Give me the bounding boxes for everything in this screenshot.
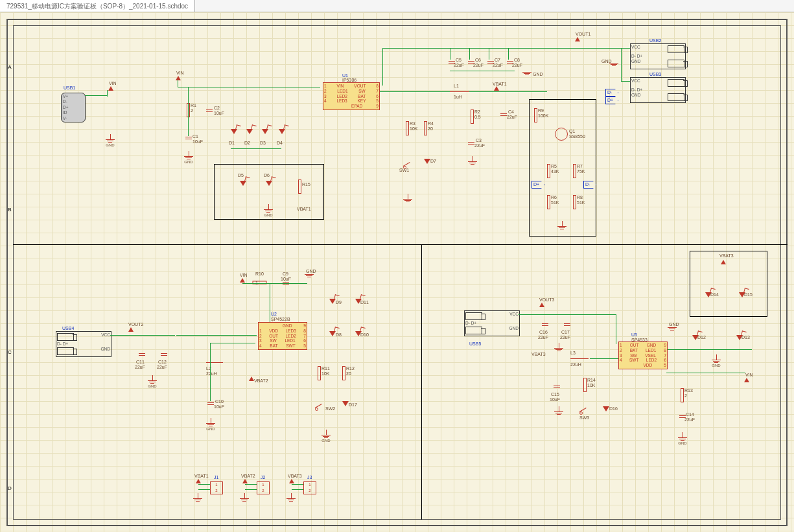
r8-n: R8 [577,195,583,200]
gnd-usb23-t: GND [601,59,612,64]
c3-n: C3 [476,138,482,143]
d3[interactable] [262,129,268,134]
sw1[interactable] [403,158,412,167]
d5-n: D5 [238,173,244,178]
w-c1 [188,87,189,136]
w-c5t [450,48,450,60]
d6[interactable] [266,181,272,186]
d10-n: D10 [360,332,369,337]
usb5-connector[interactable]: VCC D- D+ GND [464,310,520,336]
d1-n: D1 [229,141,235,145]
c17[interactable] [564,323,570,326]
gnd-c15 [554,406,563,415]
c16-n: C16 [539,330,548,334]
r14[interactable] [583,378,587,392]
sw2[interactable] [315,400,324,409]
usb4-connector[interactable]: VCC D- D+ GND [56,331,111,357]
w-j3-2 [292,489,303,490]
c11[interactable] [139,353,145,356]
j3[interactable]: 12 [303,481,316,494]
u2-chip[interactable]: GND9 1VDDLED38 2OUTLED27 3SWLED16 4BATSW… [258,322,307,350]
r2[interactable] [471,110,474,124]
c4[interactable] [500,113,507,116]
u3-name: U3 [631,332,637,337]
r6[interactable] [547,195,550,209]
d17[interactable] [342,401,349,406]
u3-part: SP4533 [631,338,648,342]
c2[interactable] [206,110,213,112]
r12[interactable] [342,366,345,380]
r7[interactable] [573,164,576,178]
offpage-dm-1-t: D- [585,182,590,187]
u1-led3: LED3 [336,98,347,104]
w-c58-bot [450,71,515,71]
u2-swt: SWT [286,343,295,349]
schematic-canvas[interactable]: A B C D V+ D- D+ ID V- USB1 VIN GND VIN … [0,12,794,532]
r6-n: R6 [551,195,557,200]
q1[interactable] [555,128,568,141]
margin-A-left: A [6,64,13,70]
gnd-c14: GND [678,432,687,445]
usb1-pin-vplus: V+ [63,94,84,99]
c12[interactable] [161,353,167,356]
r12-n: R12 [346,366,355,371]
d4[interactable] [279,129,285,134]
r15[interactable] [298,179,301,194]
d2[interactable] [246,129,253,134]
vout1-arrow [575,37,580,41]
d16[interactable] [603,406,609,411]
d7[interactable] [424,159,430,164]
u3-chip[interactable]: 1OUTGND9 2BATLED18 3SWVSEL7 4SWTLED26 VD… [618,341,668,369]
d5[interactable] [240,181,246,186]
u2-part: SP4522B [271,317,290,321]
u3-bat: BAT [630,348,638,353]
r8[interactable] [573,195,576,209]
j1[interactable]: 12 [210,481,223,494]
d9[interactable] [329,299,336,304]
usb1-connector[interactable]: V+ D- D+ ID V- [61,93,86,122]
r5[interactable] [547,164,550,178]
usb3-connector[interactable]: VCC D- D+ GND [630,77,686,103]
c15[interactable] [554,386,560,388]
r2-v: 0.5 [474,115,481,119]
r13[interactable] [681,388,684,402]
d13-n: D13 [741,335,750,340]
c15-n: C15 [551,392,559,397]
gnd-c58-t: GND [533,72,543,76]
r12-v: 20 [346,371,351,376]
document-tab[interactable]: 729531_移动电源IC方案验证板（SOP-8）_2021-01-15.sch… [0,0,195,12]
c2-v: 10uF [214,111,224,115]
gnd-j2 [240,493,249,502]
sw3[interactable] [579,404,589,413]
r9[interactable] [534,108,537,122]
d17-n: D17 [349,402,357,407]
c16[interactable] [542,323,548,326]
w-vout-u1 [382,48,383,86]
d1[interactable] [231,129,237,134]
c6-n: C6 [475,58,481,62]
r4[interactable] [424,121,427,135]
r3[interactable] [406,121,409,135]
d8[interactable] [329,331,336,336]
c1[interactable] [185,137,192,139]
c16-v: 22uF [538,335,548,340]
u1-chip[interactable]: 1VINVOUT8 2LED1SW7 3LED2BAT6 4LED3KEY5 E… [323,82,380,110]
net-vbat1-d56: VBAT1 [297,207,311,211]
w-u2-out [176,335,257,336]
j2[interactable]: 12 [257,481,270,494]
net-vbat3-u3: VBAT3 [531,352,546,356]
usb2-connector[interactable]: VCC D- D+ GND [630,43,686,69]
w-l3-u3 [590,358,618,359]
net-vout1: VOUT1 [576,32,590,36]
margin-C-left: C [6,349,13,355]
c3[interactable] [468,142,474,145]
c10[interactable] [207,402,214,405]
j2-n: J2 [261,475,265,480]
vbat1-arrow [494,86,499,91]
vbat3-arrow-box [721,260,726,264]
net-vin-main: VIN [176,71,184,75]
r13-v: 2 [684,393,687,398]
w-leds-bot [231,148,281,149]
w-vout-rail [382,48,622,49]
r11[interactable] [318,366,321,380]
